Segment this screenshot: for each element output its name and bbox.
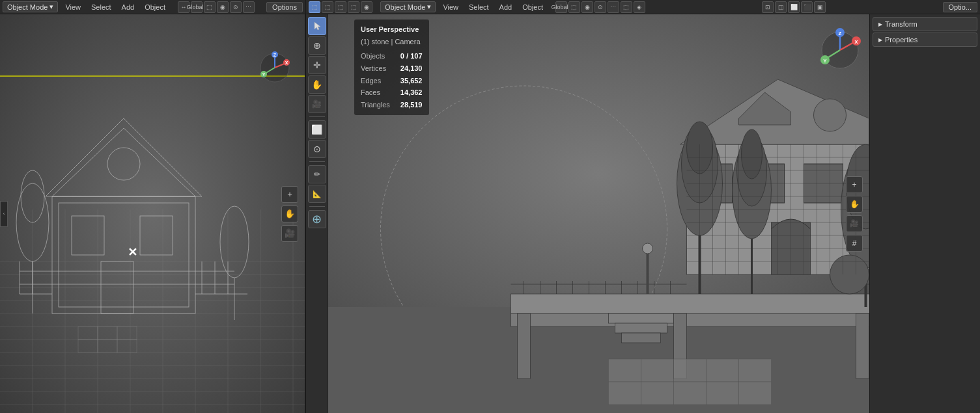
left-nav-add[interactable]: Add xyxy=(119,3,138,12)
top-bar-left: Object Mode ▾ View Select Add Object ↔ G… xyxy=(0,0,306,14)
faces-value: 14,362 xyxy=(400,87,423,99)
right-mode-dropdown[interactable]: Object Mode ▾ xyxy=(380,1,436,12)
right-extra5[interactable]: ▣ xyxy=(814,1,826,13)
svg-rect-135 xyxy=(674,359,707,382)
svg-text:Z: Z xyxy=(839,31,842,36)
right-icon3[interactable]: ⬚ xyxy=(348,1,359,13)
right-zoom-in-btn[interactable]: + xyxy=(846,176,863,193)
right-extra1[interactable]: ⊡ xyxy=(762,1,774,13)
hand-tool-btn[interactable]: ✋ xyxy=(308,75,326,94)
svg-text:Z: Z xyxy=(273,53,277,57)
right-global-dropdown[interactable]: Global ▾ xyxy=(555,1,567,13)
stats-title: User Perspective xyxy=(361,23,423,36)
right-icon5[interactable]: ⬚ xyxy=(568,1,580,13)
svg-rect-91 xyxy=(609,313,674,323)
svg-text:Y: Y xyxy=(823,58,827,64)
vertices-value: 24,130 xyxy=(400,62,423,75)
transform-label: Transform xyxy=(885,20,917,28)
edges-label: Edges xyxy=(361,75,381,87)
left-icon2[interactable]: ◉ xyxy=(217,1,229,13)
right-toolbar: ⊕ ✛ ✋ 🎥 ⬜ ⊙ ✏ 📐 ⊕ xyxy=(306,14,328,413)
stats-overlay: User Perspective (1) stone | Camera Obje… xyxy=(354,20,429,115)
measure-tool-btn[interactable]: 📐 xyxy=(308,185,326,203)
right-select-icon[interactable]: ⬚ xyxy=(309,1,320,13)
add-tool-btn[interactable]: ⊕ xyxy=(308,210,326,228)
stats-row-faces: Faces 14,362 xyxy=(361,87,423,99)
right-nav-object[interactable]: Object xyxy=(519,3,546,12)
right-scene-area[interactable]: User Perspective (1) stone | Camera Obje… xyxy=(328,14,869,413)
right-camera-btn[interactable]: 🎥 xyxy=(846,215,863,232)
transform-section[interactable]: ▶ Transform xyxy=(873,17,977,31)
right-mode-label: Object Mode xyxy=(385,3,425,11)
faces-label: Faces xyxy=(361,87,380,99)
right-icon-group2: Global ▾ ⬚ ◉ ⊙ ⋯ ⬚ ◈ xyxy=(555,1,645,13)
left-hand-btn[interactable]: ✋ xyxy=(281,206,298,222)
crosshair-tool-btn[interactable]: ⊕ xyxy=(308,36,326,55)
triangles-label: Triangles xyxy=(361,99,390,111)
svg-text:Y: Y xyxy=(262,72,266,77)
svg-rect-142 xyxy=(739,382,772,405)
left-camera-btn[interactable]: 🎥 xyxy=(281,225,298,242)
left-icon3[interactable]: ⊙ xyxy=(230,1,242,13)
right-panel: ▶ Transform ▶ Properties xyxy=(869,14,980,413)
right-icon7[interactable]: ⊙ xyxy=(595,1,606,13)
right-icon4[interactable]: ◉ xyxy=(361,1,372,13)
stats-row-triangles: Triangles 28,519 xyxy=(361,99,423,111)
left-viewport[interactable]: Z X Y ✕ + ✋ 🎥 ‹ xyxy=(0,14,306,413)
left-nav-object[interactable]: Object xyxy=(141,3,169,12)
chevron-down-icon: ▾ xyxy=(49,3,53,11)
svg-rect-73 xyxy=(511,294,870,313)
right-viewport: ⊕ ✛ ✋ 🎥 ⬜ ⊙ ✏ 📐 ⊕ xyxy=(306,14,980,413)
annotate-tool-btn[interactable]: ✏ xyxy=(308,165,326,183)
svg-rect-74 xyxy=(511,313,870,326)
main-area: Z X Y ✕ + ✋ 🎥 ‹ xyxy=(0,14,980,413)
edges-value: 35,652 xyxy=(400,75,423,87)
svg-rect-134 xyxy=(641,359,674,382)
right-nav-add[interactable]: Add xyxy=(496,3,516,12)
right-options-button[interactable]: Optio... xyxy=(943,2,977,12)
right-icon1[interactable]: ⬚ xyxy=(322,1,333,13)
rotate-tool-btn[interactable]: ⊙ xyxy=(308,140,326,158)
move-tool-btn[interactable]: ✛ xyxy=(308,56,326,74)
stats-row-vertices: Vertices 24,130 xyxy=(361,62,423,75)
right-nav-select[interactable]: Select xyxy=(466,3,492,12)
gizmo-left: Z X Y xyxy=(257,50,293,87)
svg-point-103 xyxy=(742,129,763,179)
chevron-down-icon3: ▾ xyxy=(427,3,431,11)
svg-rect-93 xyxy=(622,333,661,343)
right-icon10[interactable]: ◈ xyxy=(634,1,645,13)
stats-subtitle: (1) stone | Camera xyxy=(361,36,423,48)
svg-point-108 xyxy=(830,255,869,294)
right-hand-btn[interactable]: ✋ xyxy=(846,196,863,213)
left-mode-dropdown[interactable]: Object Mode ▾ xyxy=(3,1,58,12)
svg-rect-140 xyxy=(674,382,707,405)
svg-point-144 xyxy=(643,243,653,254)
select-tool-btn[interactable] xyxy=(308,17,326,35)
properties-label: Properties xyxy=(885,36,917,44)
right-extra4[interactable]: ⬛ xyxy=(801,1,813,13)
right-extra2[interactable]: ◫ xyxy=(775,1,787,13)
right-icon9[interactable]: ⬚ xyxy=(621,1,632,13)
svg-marker-61 xyxy=(315,22,320,30)
right-grid-btn[interactable]: # xyxy=(846,235,863,252)
left-options-button[interactable]: Options xyxy=(266,2,303,12)
square-tool-btn[interactable]: ⬜ xyxy=(308,120,326,139)
right-icon2[interactable]: ⬚ xyxy=(335,1,346,13)
left-nav-select[interactable]: Select xyxy=(88,3,115,12)
right-icon8[interactable]: ⋯ xyxy=(608,1,619,13)
left-global-dropdown[interactable]: Global ▾ xyxy=(191,1,203,13)
right-nav-view[interactable]: View xyxy=(440,3,462,12)
left-zoom-in-btn[interactable]: + xyxy=(281,186,298,203)
left-icon4[interactable]: ⋯ xyxy=(243,1,255,13)
svg-rect-139 xyxy=(641,382,674,405)
left-nav-view[interactable]: View xyxy=(62,3,84,12)
svg-rect-96 xyxy=(856,313,869,379)
left-collapse-btn[interactable]: ‹ xyxy=(0,201,8,227)
properties-section[interactable]: ▶ Properties xyxy=(873,33,977,47)
right-icon6[interactable]: ◉ xyxy=(581,1,593,13)
left-icon-group: ↔ Global ▾ ⬚ ◉ ⊙ ⋯ xyxy=(178,1,255,13)
camera-tool-btn[interactable]: 🎥 xyxy=(308,95,326,113)
svg-rect-92 xyxy=(615,323,667,333)
right-extra3[interactable]: ⬜ xyxy=(788,1,800,13)
left-icon1[interactable]: ⬚ xyxy=(204,1,216,13)
